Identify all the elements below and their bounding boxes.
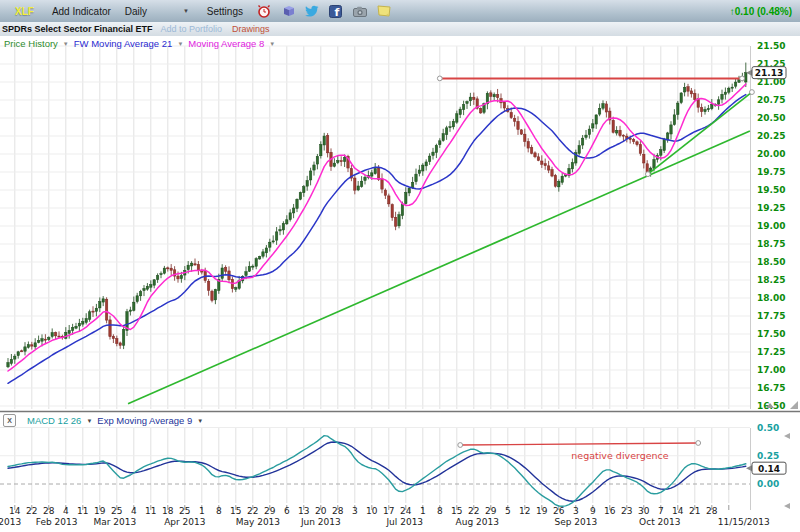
drawing-handle[interactable]: [750, 90, 755, 95]
alert-clock-icon[interactable]: [257, 4, 271, 18]
svg-text:18: 18: [162, 506, 174, 516]
svg-text:18.50: 18.50: [757, 257, 785, 267]
last-price-tag: 21.13: [746, 67, 786, 79]
app-window: XLF Add Indicator Daily ▼ Settings f: [0, 0, 800, 532]
drawing-handle[interactable]: [696, 441, 701, 446]
svg-text:6: 6: [284, 506, 290, 516]
ma21-dropdown[interactable]: FW Moving Average 21: [74, 38, 173, 49]
add-to-portfolio-link[interactable]: Add to Portfolio: [161, 24, 223, 34]
svg-text:20.50: 20.50: [757, 113, 785, 123]
drawing-handle[interactable]: [458, 443, 463, 448]
svg-text:21: 21: [689, 506, 700, 516]
svg-text:4: 4: [63, 506, 69, 516]
chart-canvas: negative divergence21.5021.2521.0020.752…: [0, 36, 800, 532]
svg-text:13: 13: [298, 506, 309, 516]
svg-text:20.75: 20.75: [757, 95, 785, 105]
drawing-handle[interactable]: [645, 172, 650, 177]
svg-text:29: 29: [264, 506, 276, 516]
chevron-down-icon: ▼: [63, 41, 69, 47]
svg-text:Sep 2013: Sep 2013: [554, 517, 597, 527]
settings-button[interactable]: Settings: [207, 6, 243, 17]
chevron-down-icon: ▼: [86, 418, 92, 424]
chevron-down-icon: ▼: [183, 8, 189, 14]
macd-header-row: X MACD 12 26 ▼ Exp Moving Average 9 ▼: [3, 414, 203, 427]
price-axis-labels: 21.5021.2521.0020.7520.5020.2520.0019.75…: [757, 41, 785, 411]
change-value: 0.10 (0.48%): [735, 6, 792, 17]
price-indicator-row: Price History ▼ FW Moving Average 21 ▼ M…: [4, 38, 275, 49]
svg-text:7: 7: [658, 506, 664, 516]
svg-text:21.50: 21.50: [757, 41, 785, 51]
chevron-down-icon: ▼: [177, 41, 183, 47]
svg-text:May 2013: May 2013: [236, 517, 280, 527]
macd-value-tag: 0.14: [746, 462, 786, 474]
subheader: SPDRs Select Sector Financial ETF Add to…: [0, 22, 800, 37]
svg-text:Feb 2013: Feb 2013: [36, 517, 78, 527]
svg-text:17.50: 17.50: [757, 329, 785, 339]
macd-axis-labels: 0.500.250.00: [757, 423, 779, 490]
svg-text:15: 15: [451, 506, 462, 516]
svg-text:17.00: 17.00: [757, 365, 785, 375]
drawing-handle[interactable]: [437, 76, 442, 81]
svg-text:3: 3: [573, 506, 579, 516]
facebook-icon[interactable]: f: [329, 4, 343, 18]
svg-text:28: 28: [43, 506, 55, 516]
note-icon[interactable]: [377, 4, 391, 18]
toolbar-icons: f: [257, 4, 391, 18]
svg-text:3: 3: [352, 506, 358, 516]
svg-text:18.25: 18.25: [757, 275, 785, 285]
svg-text:8: 8: [437, 506, 443, 516]
svg-text:20.00: 20.00: [757, 149, 785, 159]
svg-text:5: 5: [505, 506, 511, 516]
svg-text:9: 9: [590, 506, 596, 516]
price-history-dropdown[interactable]: Price History: [4, 38, 58, 49]
drawing-handle[interactable]: [740, 76, 745, 81]
macd-dropdown[interactable]: MACD 12 26: [27, 415, 81, 426]
svg-text:26: 26: [553, 506, 565, 516]
svg-text:19: 19: [94, 506, 106, 516]
svg-text:28: 28: [332, 506, 344, 516]
camera-icon[interactable]: [353, 4, 367, 18]
svg-text:30: 30: [638, 506, 650, 516]
svg-text:0.25: 0.25: [757, 451, 779, 461]
svg-text:22: 22: [26, 506, 37, 516]
close-indicator-button[interactable]: X: [3, 414, 16, 427]
toolbar: XLF Add Indicator Daily ▼ Settings f: [0, 0, 800, 23]
svg-text:Jul 2013: Jul 2013: [385, 517, 423, 527]
ma8-dropdown[interactable]: Moving Average 8: [188, 38, 264, 49]
svg-text:19.00: 19.00: [757, 221, 785, 231]
period-dropdown[interactable]: Daily ▼: [125, 6, 189, 17]
svg-text:0.14: 0.14: [758, 464, 780, 474]
svg-text:17: 17: [383, 506, 394, 516]
divergence-label: negative divergence: [571, 450, 669, 461]
svg-text:1: 1: [420, 506, 426, 516]
svg-text:14: 14: [672, 506, 684, 516]
svg-text:Oct 2013: Oct 2013: [639, 517, 680, 527]
period-value: Daily: [125, 6, 147, 17]
svg-text:15: 15: [230, 506, 241, 516]
svg-text:25: 25: [111, 506, 122, 516]
svg-text:0.50: 0.50: [757, 423, 779, 433]
svg-text:29: 29: [485, 506, 497, 516]
svg-text:Jun 2013: Jun 2013: [300, 517, 341, 527]
svg-text:Apr 2013: Apr 2013: [164, 517, 205, 527]
svg-text:14: 14: [9, 506, 21, 516]
svg-text:19.50: 19.50: [757, 185, 785, 195]
symbol-label: XLF: [15, 6, 34, 17]
svg-text:19: 19: [536, 506, 548, 516]
svg-text:8: 8: [216, 506, 222, 516]
drawings-link[interactable]: Drawings: [232, 24, 270, 34]
svg-text:20.25: 20.25: [757, 131, 785, 141]
svg-text:23: 23: [621, 506, 632, 516]
add-indicator-button[interactable]: Add Indicator: [52, 6, 111, 17]
svg-text:18.75: 18.75: [757, 239, 785, 249]
cube-icon[interactable]: [281, 4, 295, 18]
svg-text:4: 4: [131, 506, 137, 516]
twitter-icon[interactable]: [305, 4, 319, 18]
svg-text:17.25: 17.25: [757, 347, 785, 357]
svg-text:25: 25: [179, 506, 190, 516]
svg-text:1: 1: [199, 506, 205, 516]
svg-text:21.13: 21.13: [755, 68, 783, 78]
svg-text:0.00: 0.00: [757, 479, 779, 489]
chevron-down-icon: ▼: [197, 418, 203, 424]
ema9-dropdown[interactable]: Exp Moving Average 9: [97, 415, 192, 426]
